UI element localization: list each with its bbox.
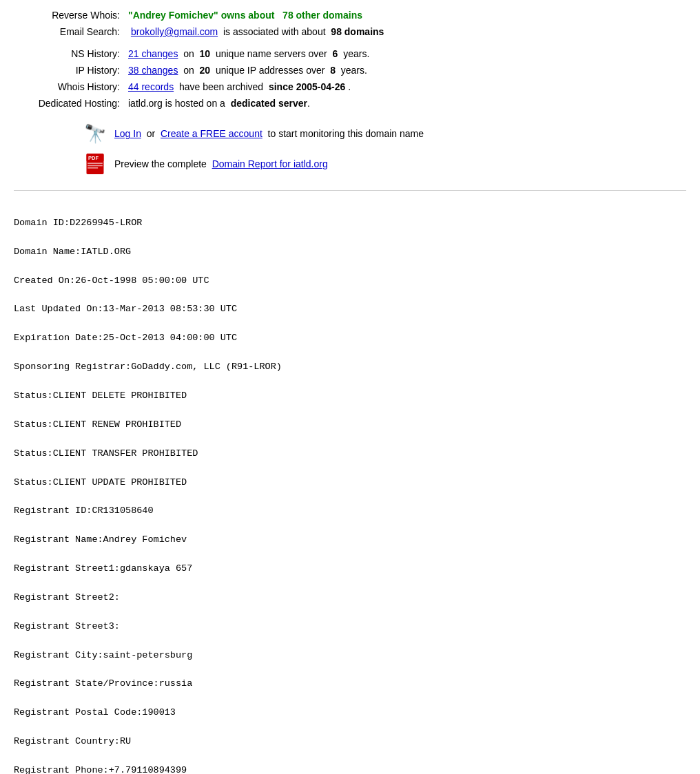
whois-history-mid: have been archived [179, 81, 263, 92]
domain-report-prefix: Preview the complete [114, 158, 207, 169]
ip-history-link[interactable]: 38 changes [128, 65, 178, 76]
raw-line-12: Registrant Name:Andrey Fomichev [14, 534, 187, 545]
raw-line-3: Created On:26-Oct-1998 05:00:00 UTC [14, 275, 209, 286]
pdf-icon: PDF [83, 151, 107, 176]
raw-line-9: Status:CLIENT TRANSFER PROHIBITED [14, 448, 198, 459]
svg-rect-4 [88, 165, 103, 167]
whois-history-since: since 2005-04-26 [269, 81, 345, 92]
email-assoc-text: is associated with about [223, 26, 326, 37]
dedicated-hosting-server: dedicated server [231, 98, 307, 109]
raw-line-2: Domain Name:IATLD.ORG [14, 247, 131, 257]
dedicated-hosting-dot: . [307, 98, 310, 109]
section-divider [14, 190, 686, 191]
monitoring-or: or [147, 128, 155, 139]
whois-history-date: 2005-04-26 [296, 81, 346, 92]
dedicated-hosting-prefix: iatld.org is hosted on a [128, 98, 225, 109]
email-search-label: Email Search: [14, 23, 124, 40]
whois-history-suffix: . [348, 81, 351, 92]
ns-history-label: NS History: [14, 45, 124, 62]
svg-rect-5 [88, 167, 98, 169]
ip-history-label: IP History: [14, 62, 124, 79]
ns-history-mid2: unique name servers over [216, 48, 327, 59]
monitoring-row: 🔭 Log In or Create a FREE account to sta… [83, 118, 686, 149]
ns-history-years: 6 [333, 48, 338, 59]
svg-text:PDF: PDF [88, 155, 99, 161]
raw-line-8: Status:CLIENT RENEW PROHIBITED [14, 419, 181, 430]
ns-history-on: on [183, 48, 194, 59]
raw-line-10: Status:CLIENT UPDATE PROHIBITED [14, 477, 187, 488]
login-link[interactable]: Log In [114, 128, 141, 139]
ns-history-suffix: years. [343, 48, 369, 59]
raw-line-18: Registrant Postal Code:190013 [14, 707, 176, 718]
whois-history-link[interactable]: 44 records [128, 81, 174, 92]
dedicated-hosting-value: iatld.org is hosted on a dedicated serve… [124, 95, 686, 112]
email-search-link[interactable]: brokolly@gmail.com [131, 26, 218, 37]
domain-report-row: PDF Preview the complete Domain Report f… [83, 149, 686, 179]
domain-report-link[interactable]: Domain Report for iatld.org [212, 158, 328, 169]
ip-history-on: on [183, 65, 194, 76]
reverse-whois-link[interactable]: 78 other domains [282, 10, 362, 21]
reverse-whois-owner: "Andrey Fomichev" owns about [128, 10, 274, 21]
ip-history-mid2: unique IP addresses over [216, 65, 325, 76]
email-domain-count: 98 domains [331, 26, 384, 37]
raw-line-15: Registrant Street3: [14, 621, 120, 631]
raw-line-4: Last Updated On:13-Mar-2013 08:53:30 UTC [14, 304, 237, 314]
svg-rect-3 [88, 163, 103, 164]
binoculars-icon: 🔭 [83, 121, 107, 146]
ip-history-value: 38 changes on 20 unique IP addresses ove… [124, 62, 686, 79]
raw-line-6: Sponsoring Registrar:GoDaddy.com, LLC (R… [14, 362, 282, 372]
dedicated-hosting-label: Dedicated Hosting: [14, 95, 124, 112]
ip-history-years: 8 [330, 65, 336, 76]
raw-line-17: Registrant State/Province:russia [14, 678, 192, 689]
create-account-link[interactable]: Create a FREE account [161, 128, 262, 139]
ns-history-link[interactable]: 21 changes [128, 48, 178, 59]
raw-line-14: Registrant Street2: [14, 592, 120, 603]
raw-whois-section: Domain ID:D2269945-LROR Domain Name:IATL… [14, 202, 686, 774]
whois-history-label: Whois History: [14, 79, 124, 95]
ns-history-count: 10 [200, 48, 211, 59]
raw-line-5: Expiration Date:25-Oct-2013 04:00:00 UTC [14, 333, 237, 343]
monitoring-text: Log In or Create a FREE account to start… [114, 128, 424, 139]
monitoring-suffix: to start monitoring this domain name [268, 128, 424, 139]
raw-line-13: Registrant Street1:gdanskaya 657 [14, 563, 192, 574]
reverse-whois-label: Reverse Whois: [14, 7, 124, 23]
domain-report-text: Preview the complete Domain Report for i… [114, 158, 328, 169]
raw-line-11: Registrant ID:CR131058640 [14, 505, 154, 516]
email-search-value: brokolly@gmail.com is associated with ab… [124, 23, 686, 40]
whois-history-value: 44 records have been archived since 2005… [124, 79, 686, 95]
raw-line-16: Registrant City:saint-petersburg [14, 650, 192, 660]
raw-line-19: Registrant Country:RU [14, 736, 131, 746]
ns-history-value: 21 changes on 10 unique name servers ove… [124, 45, 686, 62]
reverse-whois-value: "Andrey Fomichev" owns about 78 other do… [124, 7, 686, 23]
ip-history-suffix: years. [341, 65, 367, 76]
raw-line-1: Domain ID:D2269945-LROR [14, 218, 142, 228]
raw-line-7: Status:CLIENT DELETE PROHIBITED [14, 390, 187, 401]
raw-line-20: Registrant Phone:+7.79110894399 [14, 765, 187, 774]
ip-history-count: 20 [200, 65, 211, 76]
